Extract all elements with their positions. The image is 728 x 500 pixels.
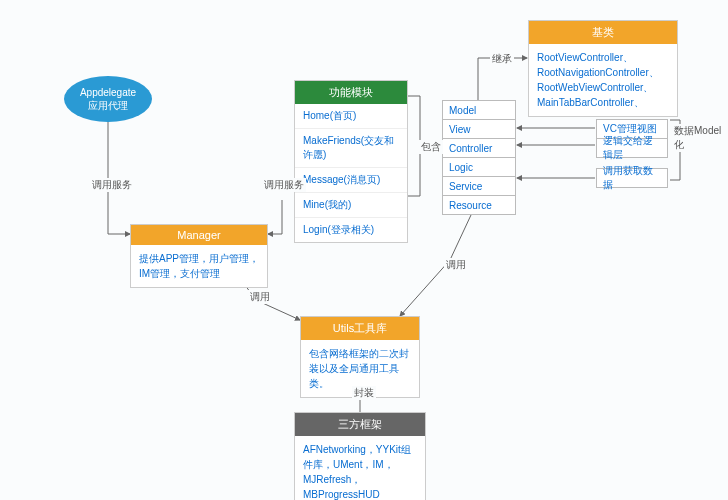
list-item: Message(消息页) xyxy=(295,167,407,192)
utils-header: Utils工具库 xyxy=(301,317,419,340)
appdelegate-node: Appdelegate 应用代理 xyxy=(64,76,152,122)
mvc-model: Model xyxy=(442,100,516,120)
list-item: MakeFriends(交友和许愿) xyxy=(295,128,407,167)
appdelegate-subtitle: 应用代理 xyxy=(88,99,128,112)
base-class-box: 基类 RootViewController、RootNavigationCont… xyxy=(528,20,678,117)
mvc-resource: Resource xyxy=(442,195,516,215)
manager-box: Manager 提供APP管理，用户管理，IM管理，支付管理 xyxy=(130,224,268,288)
list-item: Mine(我的) xyxy=(295,192,407,217)
anno-datamodel: 数据Model化 xyxy=(672,124,728,152)
label-call2: 调用 xyxy=(444,258,468,272)
anno-fetch: 调用获取数据 xyxy=(596,168,668,188)
thirdparty-body: AFNetworking，YYKit组件库，UMent，IM，MJRefresh… xyxy=(295,436,425,500)
base-class-body: RootViewController、RootNavigationControl… xyxy=(529,44,677,116)
thirdparty-box: 三方框架 AFNetworking，YYKit组件库，UMent，IM，MJRe… xyxy=(294,412,426,500)
anno-logic: 逻辑交给逻辑层 xyxy=(596,138,668,158)
list-item: Login(登录相关) xyxy=(295,217,407,242)
label-inherit: 继承 xyxy=(490,52,514,66)
thirdparty-header: 三方框架 xyxy=(295,413,425,436)
func-module-header: 功能模块 xyxy=(295,81,407,104)
appdelegate-title: Appdelegate xyxy=(80,86,136,99)
label-callservice2: 调用服务 xyxy=(262,178,306,192)
base-class-header: 基类 xyxy=(529,21,677,44)
func-module-box: 功能模块 Home(首页) MakeFriends(交友和许愿) Message… xyxy=(294,80,408,243)
mvc-service: Service xyxy=(442,176,516,196)
label-callservice1: 调用服务 xyxy=(90,178,134,192)
list-item: Home(首页) xyxy=(295,104,407,128)
manager-body: 提供APP管理，用户管理，IM管理，支付管理 xyxy=(131,245,267,287)
mvc-view: View xyxy=(442,119,516,139)
mvc-logic: Logic xyxy=(442,157,516,177)
mvc-controller: Controller xyxy=(442,138,516,158)
manager-header: Manager xyxy=(131,225,267,245)
label-call1: 调用 xyxy=(248,290,272,304)
label-wrap: 封装 xyxy=(352,386,376,400)
func-module-list: Home(首页) MakeFriends(交友和许愿) Message(消息页)… xyxy=(295,104,407,242)
label-contain: 包含 xyxy=(419,140,443,154)
